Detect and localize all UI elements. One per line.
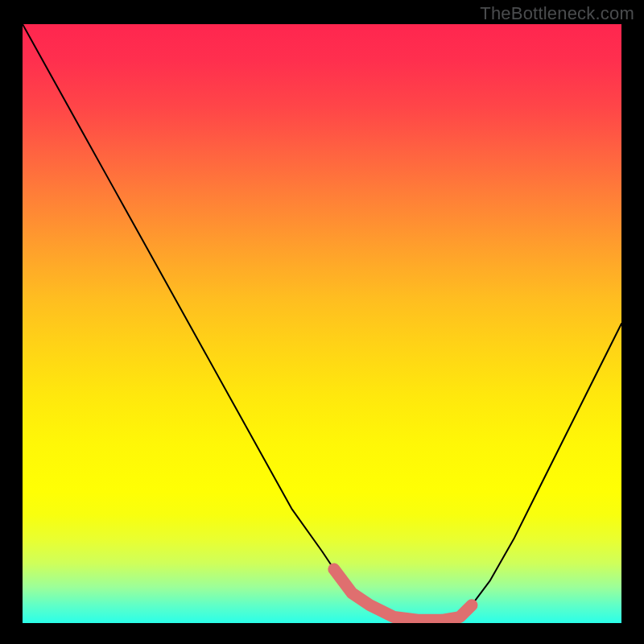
watermark-text: TheBottleneck.com xyxy=(480,3,634,24)
chart-container: TheBottleneck.com xyxy=(0,0,644,644)
main-curve xyxy=(23,24,621,620)
plot-area xyxy=(23,24,621,623)
highlight-band xyxy=(334,569,472,620)
curve-layer xyxy=(23,24,621,623)
